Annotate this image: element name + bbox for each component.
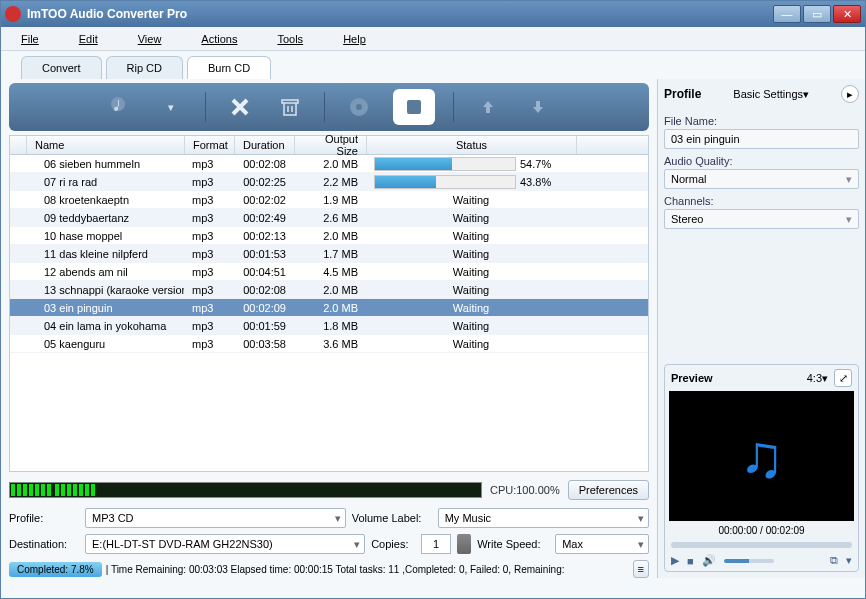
play-button[interactable]: ▶ <box>671 554 679 567</box>
preview-title: Preview <box>671 372 801 384</box>
track-row[interactable]: 13 schnappi (karaoke version) mp3 00:02:… <box>10 281 648 299</box>
channels-label: Channels: <box>664 195 859 207</box>
track-row[interactable]: 05 kaenguru mp3 00:03:58 3.6 MB Waiting <box>10 335 648 353</box>
basic-settings-link[interactable]: Basic Settings▾ <box>733 88 809 101</box>
menu-actions[interactable]: Actions <box>201 33 237 45</box>
volume-slider[interactable] <box>724 559 774 563</box>
track-row[interactable]: 08 kroetenkaeptn mp3 00:02:02 1.9 MB Wai… <box>10 191 648 209</box>
delete-button[interactable] <box>224 91 256 123</box>
toolbar: ▾ <box>9 83 649 131</box>
filename-label: File Name: <box>664 115 859 127</box>
copies-spinner[interactable] <box>457 534 471 554</box>
expand-icon[interactable]: ⤢ <box>834 369 852 387</box>
copies-label: Copies: <box>371 538 415 550</box>
col-duration[interactable]: Duration <box>235 136 295 154</box>
next-profile-icon[interactable]: ▸ <box>841 85 859 103</box>
track-row[interactable]: 11 das kleine nilpferd mp3 00:01:53 1.7 … <box>10 245 648 263</box>
track-row[interactable]: 09 teddybaertanz mp3 00:02:49 2.6 MB Wai… <box>10 209 648 227</box>
menu-help[interactable]: Help <box>343 33 366 45</box>
app-icon <box>5 6 21 22</box>
speed-combo[interactable]: Max <box>555 534 649 554</box>
track-row[interactable]: 10 hase moppel mp3 00:02:13 2.0 MB Waiti… <box>10 227 648 245</box>
tab-burn-cd[interactable]: Burn CD <box>187 56 271 79</box>
tab-rip-cd[interactable]: Rip CD <box>106 56 183 79</box>
add-dropdown-icon[interactable]: ▾ <box>155 91 187 123</box>
stop-preview-button[interactable]: ■ <box>687 555 694 567</box>
quality-select[interactable]: Normal <box>664 169 859 189</box>
minimize-button[interactable]: — <box>773 5 801 23</box>
track-row[interactable]: 06 sieben hummeln mp3 00:02:08 2.0 MB 54… <box>10 155 648 173</box>
preview-time: 00:00:00 / 00:02:09 <box>665 521 858 540</box>
tabbar: ConvertRip CDBurn CD <box>1 51 865 79</box>
volume-icon[interactable]: 🔊 <box>702 554 716 567</box>
snapshot-button[interactable]: ⧉ <box>830 554 838 567</box>
tab-convert[interactable]: Convert <box>21 56 102 79</box>
col-format[interactable]: Format <box>185 136 235 154</box>
menu-view[interactable]: View <box>138 33 162 45</box>
status-completed-pill: Completed: 7.8% <box>9 562 102 577</box>
col-size[interactable]: Output Size <box>295 136 367 154</box>
menu-file[interactable]: File <box>21 33 39 45</box>
profile-panel-title: Profile <box>664 87 701 101</box>
list-header: Name Format Duration Output Size Status <box>9 135 649 155</box>
track-row[interactable]: 07 ri ra rad mp3 00:02:25 2.2 MB 43.8% <box>10 173 648 191</box>
cpu-label: CPU:100.00% <box>490 484 560 496</box>
move-up-button[interactable] <box>472 91 504 123</box>
menubar: File Edit View Actions Tools Help <box>1 27 865 51</box>
volume-label: Volume Label: <box>352 512 432 524</box>
track-row[interactable]: 03 ein pinguin mp3 00:02:09 2.0 MB Waiti… <box>10 299 648 317</box>
stop-button[interactable] <box>393 89 435 125</box>
volume-input[interactable]: My Music <box>438 508 649 528</box>
svg-point-2 <box>356 104 362 110</box>
maximize-button[interactable]: ▭ <box>803 5 831 23</box>
menu-edit[interactable]: Edit <box>79 33 98 45</box>
move-down-button[interactable] <box>522 91 554 123</box>
dest-label: Destination: <box>9 538 79 550</box>
status-menu-icon[interactable]: ≡ <box>633 560 649 578</box>
filename-field[interactable]: 03 ein pinguin <box>664 129 859 149</box>
track-row[interactable]: 04 ein lama in yokohama mp3 00:01:59 1.8… <box>10 317 648 335</box>
add-audio-button[interactable] <box>105 91 137 123</box>
profile-label: Profile: <box>9 512 79 524</box>
close-button[interactable]: ✕ <box>833 5 861 23</box>
copies-input[interactable] <box>421 534 451 554</box>
menu-tools[interactable]: Tools <box>277 33 303 45</box>
cpu-meter <box>9 482 482 498</box>
track-row[interactable]: 12 abends am nil mp3 00:04:51 4.5 MB Wai… <box>10 263 648 281</box>
music-note-icon: ♫ <box>739 422 784 491</box>
seek-slider[interactable] <box>671 542 852 548</box>
preview-viewport: ♫ <box>669 391 854 521</box>
clear-button[interactable] <box>274 91 306 123</box>
profile-combo[interactable]: MP3 CD <box>85 508 346 528</box>
titlebar: ImTOO Audio Converter Pro — ▭ ✕ <box>1 1 865 27</box>
status-text: | Time Remaining: 00:03:03 Elapsed time:… <box>106 564 629 575</box>
speed-label: Write Speed: <box>477 538 549 550</box>
preferences-button[interactable]: Preferences <box>568 480 649 500</box>
preview-panel: Preview 4:3▾ ⤢ ♫ 00:00:00 / 00:02:09 ▶ ■… <box>664 364 859 572</box>
window-title: ImTOO Audio Converter Pro <box>27 7 771 21</box>
channels-select[interactable]: Stereo <box>664 209 859 229</box>
aspect-select[interactable]: 4:3▾ <box>807 372 828 385</box>
burn-button[interactable] <box>343 91 375 123</box>
col-status[interactable]: Status <box>367 136 577 154</box>
dest-combo[interactable]: E:(HL-DT-ST DVD-RAM GH22NS30) <box>85 534 365 554</box>
col-name[interactable]: Name <box>27 136 185 154</box>
quality-label: Audio Quality: <box>664 155 859 167</box>
track-list[interactable]: 06 sieben hummeln mp3 00:02:08 2.0 MB 54… <box>9 155 649 472</box>
